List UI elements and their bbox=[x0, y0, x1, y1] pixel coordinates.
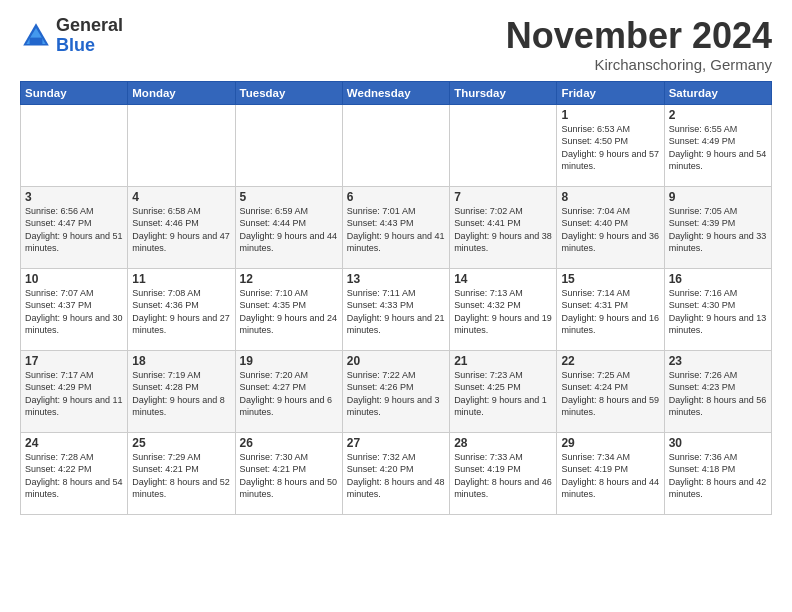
calendar-cell bbox=[128, 104, 235, 186]
day-number: 18 bbox=[132, 354, 230, 368]
page: General Blue November 2024 Kirchanschori… bbox=[0, 0, 792, 612]
day-number: 19 bbox=[240, 354, 338, 368]
location: Kirchanschoring, Germany bbox=[506, 56, 772, 73]
day-info: Sunrise: 7:32 AM Sunset: 4:20 PM Dayligh… bbox=[347, 451, 445, 501]
day-info: Sunrise: 7:29 AM Sunset: 4:21 PM Dayligh… bbox=[132, 451, 230, 501]
day-info: Sunrise: 7:05 AM Sunset: 4:39 PM Dayligh… bbox=[669, 205, 767, 255]
day-info: Sunrise: 7:26 AM Sunset: 4:23 PM Dayligh… bbox=[669, 369, 767, 419]
calendar-cell: 9Sunrise: 7:05 AM Sunset: 4:39 PM Daylig… bbox=[664, 186, 771, 268]
day-info: Sunrise: 7:25 AM Sunset: 4:24 PM Dayligh… bbox=[561, 369, 659, 419]
day-info: Sunrise: 7:07 AM Sunset: 4:37 PM Dayligh… bbox=[25, 287, 123, 337]
day-number: 29 bbox=[561, 436, 659, 450]
calendar-cell: 2Sunrise: 6:55 AM Sunset: 4:49 PM Daylig… bbox=[664, 104, 771, 186]
day-number: 8 bbox=[561, 190, 659, 204]
calendar-week-4: 17Sunrise: 7:17 AM Sunset: 4:29 PM Dayli… bbox=[21, 350, 772, 432]
logo-text: General Blue bbox=[56, 16, 123, 56]
day-info: Sunrise: 7:23 AM Sunset: 4:25 PM Dayligh… bbox=[454, 369, 552, 419]
day-number: 30 bbox=[669, 436, 767, 450]
day-info: Sunrise: 7:14 AM Sunset: 4:31 PM Dayligh… bbox=[561, 287, 659, 337]
calendar-cell: 21Sunrise: 7:23 AM Sunset: 4:25 PM Dayli… bbox=[450, 350, 557, 432]
day-info: Sunrise: 6:55 AM Sunset: 4:49 PM Dayligh… bbox=[669, 123, 767, 173]
day-number: 17 bbox=[25, 354, 123, 368]
calendar-cell: 29Sunrise: 7:34 AM Sunset: 4:19 PM Dayli… bbox=[557, 432, 664, 514]
calendar-cell: 10Sunrise: 7:07 AM Sunset: 4:37 PM Dayli… bbox=[21, 268, 128, 350]
day-info: Sunrise: 7:02 AM Sunset: 4:41 PM Dayligh… bbox=[454, 205, 552, 255]
col-sunday: Sunday bbox=[21, 81, 128, 104]
day-number: 27 bbox=[347, 436, 445, 450]
day-number: 25 bbox=[132, 436, 230, 450]
calendar-cell: 14Sunrise: 7:13 AM Sunset: 4:32 PM Dayli… bbox=[450, 268, 557, 350]
calendar-cell: 18Sunrise: 7:19 AM Sunset: 4:28 PM Dayli… bbox=[128, 350, 235, 432]
calendar-week-1: 1Sunrise: 6:53 AM Sunset: 4:50 PM Daylig… bbox=[21, 104, 772, 186]
calendar-cell: 12Sunrise: 7:10 AM Sunset: 4:35 PM Dayli… bbox=[235, 268, 342, 350]
calendar-cell: 22Sunrise: 7:25 AM Sunset: 4:24 PM Dayli… bbox=[557, 350, 664, 432]
logo-icon bbox=[20, 20, 52, 52]
day-info: Sunrise: 6:58 AM Sunset: 4:46 PM Dayligh… bbox=[132, 205, 230, 255]
day-number: 13 bbox=[347, 272, 445, 286]
day-info: Sunrise: 7:33 AM Sunset: 4:19 PM Dayligh… bbox=[454, 451, 552, 501]
day-info: Sunrise: 7:20 AM Sunset: 4:27 PM Dayligh… bbox=[240, 369, 338, 419]
title-block: November 2024 Kirchanschoring, Germany bbox=[506, 16, 772, 73]
day-info: Sunrise: 6:53 AM Sunset: 4:50 PM Dayligh… bbox=[561, 123, 659, 173]
calendar-week-5: 24Sunrise: 7:28 AM Sunset: 4:22 PM Dayli… bbox=[21, 432, 772, 514]
calendar-cell: 13Sunrise: 7:11 AM Sunset: 4:33 PM Dayli… bbox=[342, 268, 449, 350]
calendar-body: 1Sunrise: 6:53 AM Sunset: 4:50 PM Daylig… bbox=[21, 104, 772, 514]
calendar-cell: 11Sunrise: 7:08 AM Sunset: 4:36 PM Dayli… bbox=[128, 268, 235, 350]
day-info: Sunrise: 7:28 AM Sunset: 4:22 PM Dayligh… bbox=[25, 451, 123, 501]
calendar-header: Sunday Monday Tuesday Wednesday Thursday… bbox=[21, 81, 772, 104]
day-number: 28 bbox=[454, 436, 552, 450]
calendar-cell bbox=[21, 104, 128, 186]
calendar-cell: 25Sunrise: 7:29 AM Sunset: 4:21 PM Dayli… bbox=[128, 432, 235, 514]
calendar-cell: 19Sunrise: 7:20 AM Sunset: 4:27 PM Dayli… bbox=[235, 350, 342, 432]
day-number: 16 bbox=[669, 272, 767, 286]
calendar-cell bbox=[342, 104, 449, 186]
day-number: 26 bbox=[240, 436, 338, 450]
day-number: 3 bbox=[25, 190, 123, 204]
day-info: Sunrise: 7:17 AM Sunset: 4:29 PM Dayligh… bbox=[25, 369, 123, 419]
col-wednesday: Wednesday bbox=[342, 81, 449, 104]
header: General Blue November 2024 Kirchanschori… bbox=[20, 16, 772, 73]
day-info: Sunrise: 7:11 AM Sunset: 4:33 PM Dayligh… bbox=[347, 287, 445, 337]
day-info: Sunrise: 7:08 AM Sunset: 4:36 PM Dayligh… bbox=[132, 287, 230, 337]
day-number: 9 bbox=[669, 190, 767, 204]
calendar-cell: 15Sunrise: 7:14 AM Sunset: 4:31 PM Dayli… bbox=[557, 268, 664, 350]
day-number: 24 bbox=[25, 436, 123, 450]
day-info: Sunrise: 7:13 AM Sunset: 4:32 PM Dayligh… bbox=[454, 287, 552, 337]
day-info: Sunrise: 6:56 AM Sunset: 4:47 PM Dayligh… bbox=[25, 205, 123, 255]
calendar-cell: 24Sunrise: 7:28 AM Sunset: 4:22 PM Dayli… bbox=[21, 432, 128, 514]
calendar-week-3: 10Sunrise: 7:07 AM Sunset: 4:37 PM Dayli… bbox=[21, 268, 772, 350]
day-number: 2 bbox=[669, 108, 767, 122]
calendar-cell bbox=[235, 104, 342, 186]
day-number: 22 bbox=[561, 354, 659, 368]
day-number: 1 bbox=[561, 108, 659, 122]
day-info: Sunrise: 7:04 AM Sunset: 4:40 PM Dayligh… bbox=[561, 205, 659, 255]
calendar-cell: 4Sunrise: 6:58 AM Sunset: 4:46 PM Daylig… bbox=[128, 186, 235, 268]
calendar-cell: 7Sunrise: 7:02 AM Sunset: 4:41 PM Daylig… bbox=[450, 186, 557, 268]
month-title: November 2024 bbox=[506, 16, 772, 56]
day-number: 14 bbox=[454, 272, 552, 286]
day-number: 21 bbox=[454, 354, 552, 368]
logo-general-text: General bbox=[56, 16, 123, 36]
day-number: 20 bbox=[347, 354, 445, 368]
day-info: Sunrise: 7:22 AM Sunset: 4:26 PM Dayligh… bbox=[347, 369, 445, 419]
calendar-cell: 28Sunrise: 7:33 AM Sunset: 4:19 PM Dayli… bbox=[450, 432, 557, 514]
calendar-cell: 16Sunrise: 7:16 AM Sunset: 4:30 PM Dayli… bbox=[664, 268, 771, 350]
calendar-cell: 20Sunrise: 7:22 AM Sunset: 4:26 PM Dayli… bbox=[342, 350, 449, 432]
day-number: 6 bbox=[347, 190, 445, 204]
day-number: 7 bbox=[454, 190, 552, 204]
day-info: Sunrise: 7:10 AM Sunset: 4:35 PM Dayligh… bbox=[240, 287, 338, 337]
header-row: Sunday Monday Tuesday Wednesday Thursday… bbox=[21, 81, 772, 104]
calendar-cell: 26Sunrise: 7:30 AM Sunset: 4:21 PM Dayli… bbox=[235, 432, 342, 514]
day-info: Sunrise: 7:30 AM Sunset: 4:21 PM Dayligh… bbox=[240, 451, 338, 501]
logo-blue-text: Blue bbox=[56, 36, 123, 56]
day-number: 23 bbox=[669, 354, 767, 368]
calendar-week-2: 3Sunrise: 6:56 AM Sunset: 4:47 PM Daylig… bbox=[21, 186, 772, 268]
day-info: Sunrise: 7:36 AM Sunset: 4:18 PM Dayligh… bbox=[669, 451, 767, 501]
col-saturday: Saturday bbox=[664, 81, 771, 104]
col-tuesday: Tuesday bbox=[235, 81, 342, 104]
day-number: 12 bbox=[240, 272, 338, 286]
day-info: Sunrise: 7:19 AM Sunset: 4:28 PM Dayligh… bbox=[132, 369, 230, 419]
day-number: 4 bbox=[132, 190, 230, 204]
calendar-cell: 27Sunrise: 7:32 AM Sunset: 4:20 PM Dayli… bbox=[342, 432, 449, 514]
calendar-cell: 5Sunrise: 6:59 AM Sunset: 4:44 PM Daylig… bbox=[235, 186, 342, 268]
